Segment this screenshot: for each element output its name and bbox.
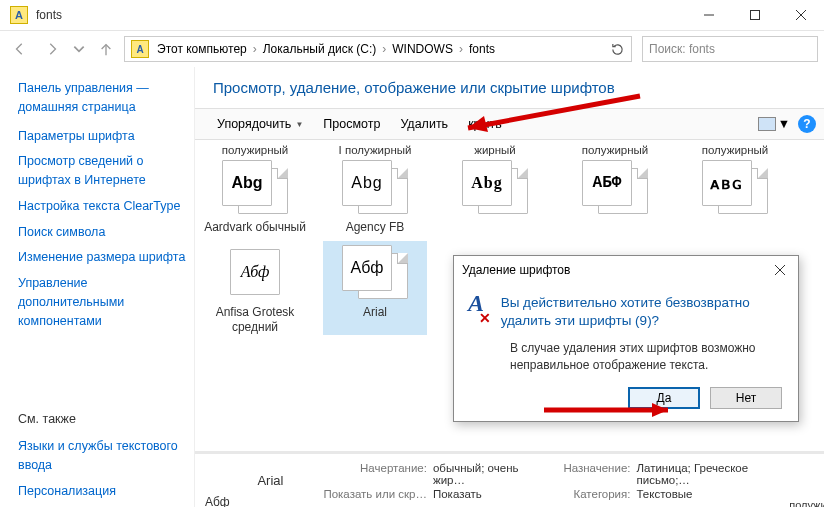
details-value: Показать [433, 488, 545, 500]
font-item[interactable]: АБФ [582, 160, 648, 214]
font-item[interactable]: Абф [222, 245, 288, 299]
search-input[interactable]: Поиск: fonts [642, 36, 818, 62]
svg-rect-1 [751, 11, 760, 20]
font-name: Aardvark обычный [203, 220, 307, 235]
maximize-button[interactable] [732, 0, 778, 30]
refresh-button[interactable] [605, 43, 629, 56]
details-value: Текстовые [636, 488, 796, 500]
details-name: Arial [257, 473, 309, 488]
sidebar-link[interactable]: Персонализация [18, 482, 192, 501]
address-bar[interactable]: A Этот компьютер› Локальный диск (C:)› W… [124, 36, 632, 62]
dialog-note: В случае удаления этих шрифтов возможно … [510, 340, 784, 372]
close-button[interactable] [778, 0, 824, 30]
font-name: Arial [323, 305, 427, 320]
view-button[interactable]: Просмотр [313, 109, 390, 139]
nav-forward-button[interactable] [38, 35, 66, 63]
font-name: Anfisa Grotesk средний [203, 305, 307, 335]
nav-history-button[interactable] [70, 35, 88, 63]
sidebar-link[interactable]: Изменение размера шрифта [18, 248, 192, 267]
nav-up-button[interactable] [92, 35, 120, 63]
warning-icon: A✕ [468, 294, 489, 324]
font-item-selected[interactable]: Абф Arial [323, 241, 427, 335]
breadcrumb[interactable]: WINDOWS [388, 42, 457, 56]
variant-label: жирный [443, 144, 547, 156]
breadcrumb[interactable]: Этот компьютер [153, 42, 251, 56]
nav-back-button[interactable] [6, 35, 34, 63]
hide-button[interactable]: крыть [458, 109, 512, 139]
chevron-right-icon: › [457, 42, 465, 56]
sidebar-link[interactable]: Поиск символа [18, 223, 192, 242]
no-button[interactable]: Нет [710, 387, 782, 409]
view-mode-button[interactable]: ▼ [758, 117, 790, 131]
search-placeholder: Поиск: fonts [649, 42, 715, 56]
variant-label: I полужирный [323, 144, 427, 156]
font-item[interactable]: Abg [342, 160, 408, 214]
organize-button[interactable]: Упорядочить▼ [207, 109, 313, 139]
breadcrumb[interactable]: Локальный диск (C:) [259, 42, 381, 56]
sidebar-home-link[interactable]: Панель управления — домашняя страница [18, 79, 192, 117]
chevron-right-icon: › [380, 42, 388, 56]
dialog-titlebar: Удаление шрифтов [454, 256, 798, 284]
chevron-right-icon: › [251, 42, 259, 56]
variant-label: полужирный [683, 144, 787, 156]
sidebar: Панель управления — домашняя страница Па… [0, 67, 194, 507]
chevron-down-icon: ▼ [778, 117, 790, 131]
details-value: обычный; очень жир… [433, 462, 545, 486]
dialog-message: Вы действительно хотите безвозвратно уда… [501, 294, 784, 330]
dialog-close-button[interactable] [770, 260, 790, 280]
app-icon: A [10, 6, 28, 24]
font-item[interactable]: ᴀʙɢ [702, 160, 768, 214]
sidebar-link[interactable]: Просмотр сведений о шрифтах в Интернете [18, 152, 192, 190]
details-value: Латиница; Греческое письмо;… [636, 462, 796, 486]
font-item[interactable]: Abg [462, 160, 528, 214]
font-item[interactable]: Abg [222, 160, 288, 214]
minimize-button[interactable] [686, 0, 732, 30]
sidebar-link[interactable]: Управление дополнительными компонентами [18, 274, 192, 330]
sidebar-link[interactable]: Языки и службы текстового ввода [18, 437, 192, 475]
confirm-dialog: Удаление шрифтов A✕ Вы действительно хот… [453, 255, 799, 422]
sidebar-link[interactable]: Настройка текста ClearType [18, 197, 192, 216]
help-button[interactable]: ? [798, 115, 816, 133]
details-label: Начертание: [323, 462, 427, 486]
breadcrumb[interactable]: fonts [465, 42, 499, 56]
yes-button[interactable]: Да [628, 387, 700, 409]
variant-label: полужирный [648, 499, 824, 507]
dialog-title: Удаление шрифтов [462, 263, 770, 277]
variant-label: полужирный [563, 144, 667, 156]
toolbar: Упорядочить▼ Просмотр Удалить крыть ▼ ? [195, 108, 824, 140]
folder-icon: A [131, 40, 149, 58]
variant-label: полужирный [203, 144, 307, 156]
delete-button[interactable]: Удалить [390, 109, 458, 139]
chevron-down-icon: ▼ [295, 120, 303, 129]
window-title: fonts [36, 8, 686, 22]
view-icon [758, 117, 776, 131]
details-label: Показать или скр… [323, 488, 427, 500]
font-name: Agency FB [323, 220, 427, 235]
page-title: Просмотр, удаление, отображение или скры… [195, 67, 824, 108]
details-thumb: Абф [205, 461, 247, 501]
details-label: Назначение: [563, 462, 630, 486]
window-titlebar: A fonts [0, 0, 824, 31]
see-also-header: См. также [18, 410, 192, 429]
details-label: Категория: [563, 488, 630, 500]
sidebar-link[interactable]: Параметры шрифта [18, 127, 192, 146]
nav-row: A Этот компьютер› Локальный диск (C:)› W… [0, 31, 824, 67]
